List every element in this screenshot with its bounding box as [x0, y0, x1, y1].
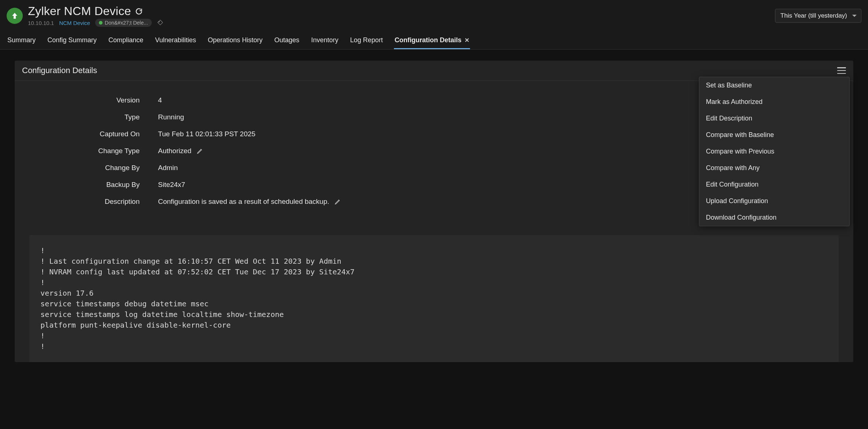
menu-edit-configuration[interactable]: Edit Configuration: [699, 176, 849, 193]
value-change-by: Admin: [158, 164, 178, 172]
tab-compliance[interactable]: Compliance: [108, 34, 144, 49]
period-label: This Year (till yesterday): [781, 12, 847, 19]
tag-label: Don&#x27;t Dele...: [105, 20, 148, 26]
tag-icon[interactable]: [157, 19, 164, 26]
config-text-block[interactable]: ! ! Last configuration change at 16:10:5…: [29, 235, 839, 362]
device-status-badge: [7, 8, 23, 24]
tab-outages[interactable]: Outages: [274, 34, 300, 49]
tab-label: Config Summary: [47, 36, 97, 44]
app-root: Zylker NCM Device 10.10.10.1 NCM Device …: [0, 0, 868, 429]
menu-download-configuration[interactable]: Download Configuration: [699, 209, 849, 226]
label-type: Type: [15, 113, 158, 121]
value-captured-on: Tue Feb 11 02:01:33 PST 2025: [158, 130, 255, 138]
period-select[interactable]: This Year (till yesterday): [775, 9, 861, 23]
tab-label: Outages: [275, 36, 300, 44]
tab-label: Configuration Details: [395, 36, 462, 44]
page-title: Zylker NCM Device: [28, 4, 131, 18]
tab-vulnerabilities[interactable]: Vulnerabilities: [154, 34, 197, 49]
tab-operations-history[interactable]: Operations History: [207, 34, 263, 49]
tab-summary[interactable]: Summary: [7, 34, 36, 49]
menu-compare-previous[interactable]: Compare with Previous: [699, 143, 849, 160]
menu-mark-authorized[interactable]: Mark as Authorized: [699, 94, 849, 110]
label-version: Version: [15, 96, 158, 104]
tab-label: Compliance: [108, 36, 143, 44]
pencil-icon[interactable]: [197, 148, 203, 154]
label-change-by: Change By: [15, 164, 158, 172]
panel-menu-button[interactable]: [837, 67, 846, 74]
tag-pill[interactable]: Don&#x27;t Dele...: [95, 19, 152, 27]
value-version: 4: [158, 96, 162, 104]
panel-action-menu: Set as Baseline Mark as Authorized Edit …: [699, 77, 850, 226]
device-ip: 10.10.10.1: [28, 20, 54, 26]
value-change-type: Authorized: [158, 147, 191, 155]
menu-set-baseline[interactable]: Set as Baseline: [699, 77, 849, 94]
sub-line: 10.10.10.1 NCM Device Don&#x27;t Dele...: [28, 19, 770, 27]
main-area: Configuration Details Set as Baseline Ma…: [0, 50, 868, 429]
tab-config-summary[interactable]: Config Summary: [47, 34, 97, 49]
tab-log-report[interactable]: Log Report: [349, 34, 384, 49]
up-arrow-icon: [10, 11, 19, 20]
page-header: Zylker NCM Device 10.10.10.1 NCM Device …: [0, 0, 868, 50]
tab-label: Operations History: [208, 36, 263, 44]
header-top-row: Zylker NCM Device 10.10.10.1 NCM Device …: [7, 4, 861, 27]
refresh-icon[interactable]: [135, 7, 143, 15]
title-line: Zylker NCM Device: [28, 4, 770, 18]
svg-point-0: [158, 21, 159, 22]
device-type-link[interactable]: NCM Device: [59, 20, 90, 26]
panel-header: Configuration Details Set as Baseline Ma…: [15, 61, 853, 81]
label-change-type: Change Type: [15, 147, 158, 155]
tab-label: Vulnerabilities: [155, 36, 196, 44]
config-details-panel: Configuration Details Set as Baseline Ma…: [15, 61, 853, 362]
menu-upload-configuration[interactable]: Upload Configuration: [699, 193, 849, 209]
menu-compare-any[interactable]: Compare with Any: [699, 160, 849, 176]
tab-label: Summary: [7, 36, 36, 44]
label-backup-by: Backup By: [15, 181, 158, 189]
tab-bar: Summary Config Summary Compliance Vulner…: [7, 34, 861, 49]
tab-label: Log Report: [350, 36, 383, 44]
title-block: Zylker NCM Device 10.10.10.1 NCM Device …: [28, 4, 770, 27]
label-description: Description: [15, 198, 158, 206]
value-type: Running: [158, 113, 184, 121]
value-description: Configuration is saved as a result of sc…: [158, 198, 329, 206]
menu-edit-description[interactable]: Edit Description: [699, 110, 849, 127]
value-backup-by: Site24x7: [158, 181, 185, 189]
tab-label: Inventory: [311, 36, 338, 44]
tab-configuration-details[interactable]: Configuration Details ✕: [394, 34, 470, 49]
tag-dot-icon: [99, 21, 103, 25]
pencil-icon[interactable]: [334, 198, 341, 205]
tab-inventory[interactable]: Inventory: [311, 34, 339, 49]
panel-title: Configuration Details: [22, 66, 97, 75]
menu-compare-baseline[interactable]: Compare with Baseline: [699, 127, 849, 143]
label-captured-on: Captured On: [15, 130, 158, 138]
close-icon[interactable]: ✕: [465, 37, 469, 44]
